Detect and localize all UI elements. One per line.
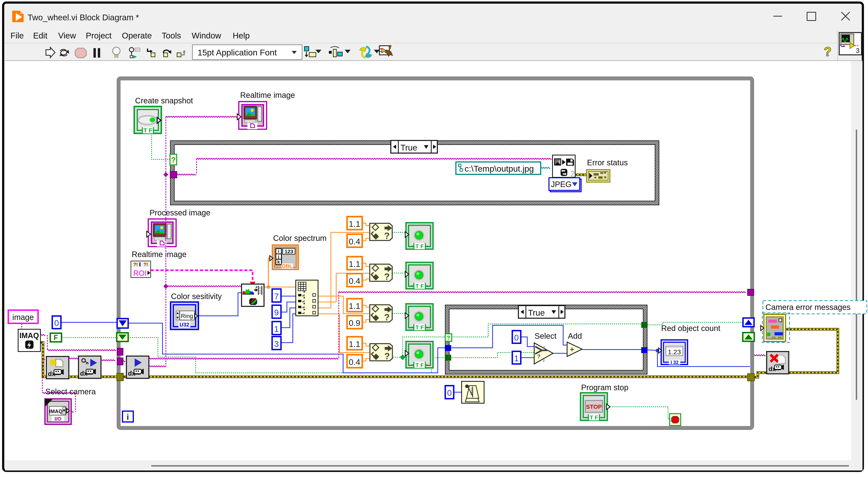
svg-text:3: 3 (274, 339, 279, 349)
svg-text:?!: ?! (144, 262, 148, 267)
svg-text:STOP: STOP (586, 404, 602, 410)
svg-text:Operate: Operate (122, 31, 152, 40)
svg-text:T F: T F (415, 283, 424, 289)
svg-text:I/O: I/O (55, 416, 62, 422)
svg-text:T F: T F (415, 243, 424, 249)
svg-text:Two_wheel.vi Block Diagram *: Two_wheel.vi Block Diagram * (28, 13, 139, 22)
svg-text:Color spectrum: Color spectrum (273, 234, 327, 242)
svg-text:+: + (570, 345, 574, 354)
svg-text:T F: T F (590, 414, 598, 421)
svg-text:0: 0 (514, 333, 519, 342)
svg-text:Tools: Tools (162, 31, 181, 40)
svg-text:0.4: 0.4 (349, 276, 360, 286)
svg-text:?: ? (171, 156, 176, 164)
svg-text:k: k (277, 259, 280, 265)
svg-text:Color sesitivity: Color sesitivity (171, 292, 222, 301)
svg-text:T: T (543, 346, 545, 350)
svg-text:Ring: Ring (181, 313, 193, 319)
svg-text:1: 1 (514, 354, 519, 363)
svg-text:0: 0 (54, 319, 59, 328)
svg-text:1.1: 1.1 (349, 260, 360, 269)
svg-text:?: ? (537, 353, 540, 359)
svg-text:0.4: 0.4 (349, 237, 360, 246)
svg-text:I 32: I 32 (671, 360, 679, 365)
svg-text:Realtime image: Realtime image (132, 250, 187, 259)
svg-text:image: image (12, 313, 34, 322)
svg-text:0: 0 (447, 388, 452, 397)
svg-text:9: 9 (274, 308, 279, 317)
svg-text:F: F (543, 359, 545, 363)
svg-text:15pt Application Font: 15pt Application Font (197, 48, 277, 57)
svg-text:Error status: Error status (587, 158, 628, 167)
svg-text:True: True (401, 143, 417, 152)
svg-text:IMAQ: IMAQ (49, 408, 63, 414)
svg-text:Select camera: Select camera (45, 387, 96, 396)
svg-text:Project: Project (86, 31, 112, 40)
svg-text:Processed image: Processed image (150, 208, 210, 217)
svg-text:1.1: 1.1 (349, 219, 360, 229)
svg-text:DBL: DBL (282, 263, 292, 269)
svg-text:?: ? (384, 351, 390, 361)
svg-text:T F: T F (415, 324, 424, 330)
svg-text:T F: T F (415, 362, 424, 368)
svg-text:j: j (278, 254, 279, 259)
svg-text:Help: Help (233, 31, 250, 40)
svg-text:?!: ?! (133, 262, 138, 267)
svg-text:JPEG: JPEG (551, 180, 571, 188)
svg-text:Program stop: Program stop (581, 383, 628, 392)
svg-text:True: True (528, 308, 545, 318)
svg-text:i: i (127, 413, 129, 421)
svg-text:0.4: 0.4 (349, 357, 360, 367)
svg-text:c:\Temp\output.jpg: c:\Temp\output.jpg (465, 164, 534, 173)
svg-text:Edit: Edit (33, 31, 48, 40)
svg-text:123: 123 (284, 248, 293, 255)
svg-text:File: File (10, 31, 24, 40)
svg-text:IMAQ: IMAQ (19, 331, 39, 340)
svg-text:Select: Select (534, 332, 556, 340)
svg-text:1.1: 1.1 (349, 339, 360, 349)
svg-text:0.9: 0.9 (349, 319, 360, 328)
svg-text:T F: T F (144, 127, 152, 133)
svg-text:Create snapshot: Create snapshot (135, 96, 193, 105)
svg-text:U32: U32 (180, 322, 189, 328)
svg-text:View: View (58, 31, 76, 40)
svg-text:F: F (54, 334, 58, 342)
svg-text:1: 1 (274, 324, 279, 334)
svg-text:Red object count: Red object count (661, 324, 720, 333)
svg-text:?: ? (446, 334, 450, 341)
svg-text:?: ? (384, 312, 390, 322)
svg-text:?: ? (384, 271, 390, 282)
svg-text:ROI: ROI (133, 269, 147, 277)
svg-text:i: i (278, 248, 279, 254)
svg-text:?: ? (824, 44, 832, 59)
svg-text:2: 2 (570, 169, 575, 178)
svg-text:1.1: 1.1 (349, 301, 360, 311)
svg-text:Camera error messages: Camera error messages (766, 303, 850, 311)
svg-text:3: 3 (856, 47, 860, 54)
svg-text:?: ? (384, 231, 390, 241)
svg-text:7: 7 (274, 292, 279, 301)
svg-text:Add: Add (568, 332, 582, 340)
svg-text:1.23: 1.23 (668, 348, 681, 356)
svg-text:Realtime image: Realtime image (240, 91, 295, 99)
svg-text:Window: Window (192, 31, 221, 40)
